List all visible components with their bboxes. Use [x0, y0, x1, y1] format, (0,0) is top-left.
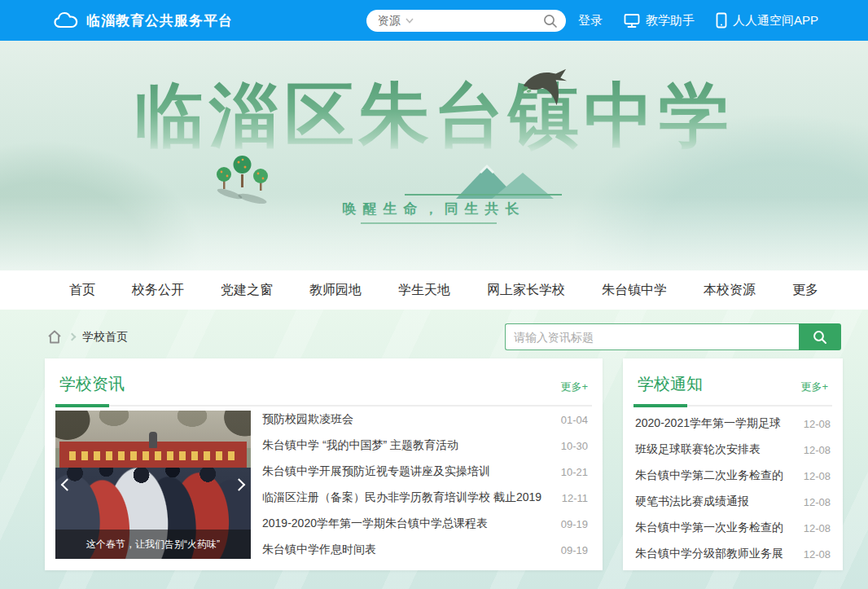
- slogan-top-rule: [405, 194, 562, 196]
- school-news-header: 学校资讯 更多+: [45, 358, 603, 395]
- news-item-date: 01-04: [561, 414, 588, 426]
- search-icon[interactable]: [543, 14, 558, 29]
- cloud-logo-icon: [54, 11, 78, 29]
- toolbar-row: 学校首页: [45, 323, 843, 350]
- nav-item[interactable]: 教师园地: [309, 282, 362, 299]
- news-item[interactable]: 预防校园欺凌班会 01-04: [262, 412, 588, 427]
- trees-decoration: [213, 153, 277, 204]
- news-item[interactable]: 朱台镇中学 “我的中国梦” 主题教育活动 10-30: [262, 438, 588, 453]
- notice-item-title[interactable]: 2020-2021学年第一学期足球: [635, 416, 781, 431]
- news-item-date: 10-30: [561, 440, 588, 452]
- school-news-more-link[interactable]: 更多+: [560, 380, 588, 394]
- news-item[interactable]: 2019-2020学年第一学期朱台镇中学总课程表 09-19: [262, 516, 588, 531]
- school-news-title: 学校资讯: [59, 375, 125, 393]
- nav-item[interactable]: 网上家长学校: [487, 282, 565, 299]
- brand[interactable]: 临淄教育公共服务平台: [54, 0, 233, 41]
- notice-item-title[interactable]: 朱台镇中学第二次业务检查的: [635, 468, 783, 483]
- news-item-date: 10-21: [561, 466, 588, 478]
- news-item-date: 09-19: [561, 544, 588, 556]
- notice-item-title[interactable]: 硬笔书法比赛成绩通报: [635, 494, 749, 509]
- nav-item[interactable]: 朱台镇中学: [602, 282, 667, 299]
- school-notices-divider: [633, 405, 832, 407]
- news-item-title[interactable]: 朱台镇中学作息时间表: [262, 543, 376, 557]
- app-link[interactable]: 人人通空间APP: [716, 12, 818, 29]
- school-notices-title: 学校通知: [638, 375, 703, 393]
- home-icon[interactable]: [47, 330, 62, 344]
- news-item-title[interactable]: 朱台镇中学开展预防近视专题讲座及实操培训: [262, 464, 490, 479]
- phone-icon: [716, 12, 727, 29]
- news-item-date: 12-11: [562, 492, 588, 504]
- news-item[interactable]: 朱台镇中学作息时间表 09-19: [262, 543, 588, 557]
- news-item[interactable]: 朱台镇中学开展预防近视专题讲座及实操培训 10-21: [262, 464, 588, 479]
- news-item-title[interactable]: 预防校园欺凌班会: [262, 412, 353, 427]
- notice-item-title[interactable]: 朱台镇中学分级部教师业务展: [635, 547, 783, 561]
- teaching-assistant-label: 教学助手: [646, 13, 695, 29]
- news-list: 预防校园欺凌班会 01-04 朱台镇中学 “我的中国梦” 主题教育活动 10-3…: [262, 411, 588, 559]
- notice-item-date: 12-08: [804, 496, 831, 508]
- banner-mist-bottom-decoration: [0, 197, 868, 270]
- news-item-date: 09-19: [561, 518, 588, 530]
- notice-item[interactable]: 朱台镇中学分级部教师业务展 12-08: [635, 547, 831, 561]
- notice-item[interactable]: 朱台镇中学第二次业务检查的 12-08: [635, 468, 831, 483]
- breadcrumb: 学校首页: [47, 323, 128, 350]
- school-news-body: 这个春节，让我们告别“火药味” 预防校园欺凌班会 01-04 朱台镇中学 “我的…: [45, 407, 603, 559]
- carousel-caption[interactable]: 这个春节，让我们告别“火药味”: [55, 530, 251, 559]
- nav-item[interactable]: 学生天地: [398, 282, 450, 299]
- school-news-divider: [55, 405, 592, 407]
- nav-list: 首页 校务公开 党建之窗 教师园地 学生天地 网上家长学校 朱台镇中学 本校资源…: [45, 270, 843, 310]
- header-links: 登录 教学助手 人人通空间APP: [578, 0, 818, 41]
- notices-list: 2020-2021学年第一学期足球 12-08 班级足球联赛轮次安排表 12-0…: [635, 415, 831, 563]
- news-item-title[interactable]: 2019-2020学年第一学期朱台镇中学总课程表: [262, 516, 488, 531]
- news-search-input[interactable]: [505, 323, 799, 350]
- notice-item[interactable]: 朱台镇中学第一次业务检查的 12-08: [635, 521, 831, 535]
- news-carousel[interactable]: 这个春节，让我们告别“火药味”: [55, 411, 251, 559]
- header-search-bar[interactable]: 资源: [366, 10, 566, 32]
- notice-item-date: 12-08: [804, 522, 831, 534]
- school-notices-panel: 学校通知 更多+ 2020-2021学年第一学期足球 12-08 班级足球联赛轮…: [623, 358, 843, 570]
- breadcrumb-current[interactable]: 学校首页: [82, 330, 128, 345]
- notice-item-title[interactable]: 班级足球联赛轮次安排表: [635, 442, 761, 457]
- nav-item[interactable]: 党建之窗: [221, 282, 273, 299]
- school-banner: 临淄区朱台镇中学 唤醒生命，同生共长: [0, 41, 868, 270]
- login-label: 登录: [578, 13, 603, 29]
- nav-item[interactable]: 首页: [69, 282, 95, 299]
- carousel-photo-speaker: [149, 432, 157, 448]
- notice-item[interactable]: 硬笔书法比赛成绩通报 12-08: [635, 494, 831, 509]
- notice-item-title[interactable]: 朱台镇中学第一次业务检查的: [635, 521, 783, 535]
- news-search-button[interactable]: [799, 323, 841, 350]
- monitor-icon: [624, 13, 640, 29]
- notice-item-date: 12-08: [804, 418, 831, 430]
- notice-item-date: 12-08: [804, 548, 831, 560]
- chevron-down-icon: [406, 18, 414, 24]
- news-item[interactable]: 临淄区注册（备案）民办非学历教育培训学校 截止2019 12-11: [262, 490, 588, 505]
- content-area: 学校首页 学校资讯 更多+: [0, 310, 868, 589]
- login-link[interactable]: 登录: [578, 13, 603, 29]
- teaching-assistant-link[interactable]: 教学助手: [624, 13, 695, 29]
- page: 临淄教育公共服务平台 资源 登录 教: [0, 0, 868, 589]
- top-header-bar: 临淄教育公共服务平台 资源 登录 教: [0, 0, 868, 41]
- search-icon: [813, 330, 827, 345]
- notice-item-date: 12-08: [804, 444, 831, 456]
- search-category-label: 资源: [378, 14, 401, 29]
- notice-item-date: 12-08: [804, 470, 831, 482]
- search-category-dropdown[interactable]: 资源: [378, 14, 414, 29]
- brand-title: 临淄教育公共服务平台: [86, 11, 233, 30]
- news-item-title[interactable]: 朱台镇中学 “我的中国梦” 主题教育活动: [262, 438, 458, 453]
- mountains-decoration: [456, 160, 562, 199]
- swallow-bird-icon: [521, 68, 568, 108]
- school-news-panel: 学校资讯 更多+ 这个春节，让我们告别“火药味”: [45, 358, 603, 570]
- app-label: 人人通空间APP: [733, 13, 818, 29]
- notice-item[interactable]: 2020-2021学年第一学期足球 12-08: [635, 416, 831, 431]
- nav-item[interactable]: 本校资源: [704, 282, 756, 299]
- news-search-bar: [505, 323, 841, 350]
- nav-item[interactable]: 校务公开: [132, 282, 184, 299]
- notice-item[interactable]: 班级足球联赛轮次安排表 12-08: [635, 442, 831, 457]
- news-item-title[interactable]: 临淄区注册（备案）民办非学历教育培训学校 截止2019: [262, 490, 541, 505]
- school-notices-header: 学校通知 更多+: [623, 358, 843, 395]
- breadcrumb-chevron-icon: [68, 333, 77, 341]
- school-notices-more-link[interactable]: 更多+: [800, 380, 828, 394]
- school-name-title: 临淄区朱台镇中学: [0, 77, 868, 154]
- nav-item[interactable]: 更多: [792, 282, 818, 299]
- main-navigation: 首页 校务公开 党建之窗 教师园地 学生天地 网上家长学校 朱台镇中学 本校资源…: [0, 270, 868, 310]
